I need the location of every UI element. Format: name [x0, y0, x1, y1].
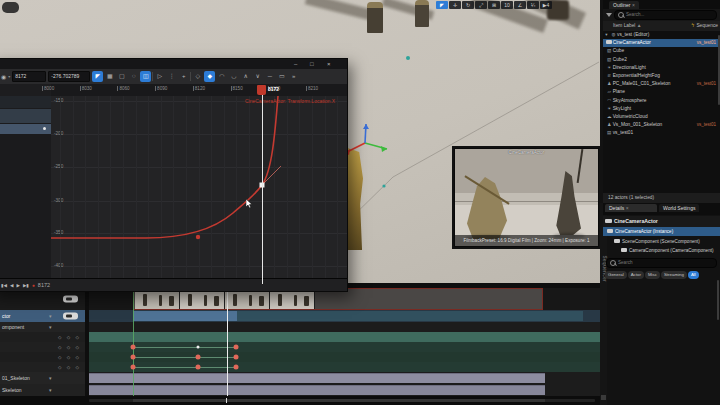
- details-scrollbar[interactable]: [717, 280, 719, 320]
- move-icon[interactable]: ✛: [449, 1, 461, 9]
- outliner-world-row[interactable]: ▾◍vs_test (Editor): [603, 31, 720, 39]
- tab-outliner[interactable]: Outliner ×: [609, 1, 639, 9]
- transport-button[interactable]: ▶▮: [23, 283, 29, 288]
- component-tree-row[interactable]: CineCameraActor (Instance): [603, 227, 720, 236]
- outliner-column-header[interactable]: Item Label ▲ ϟ Sequence: [603, 21, 720, 31]
- curve-editor-track-list[interactable]: [0, 96, 52, 284]
- outliner-row[interactable]: ☀SkyLight: [603, 105, 720, 113]
- rotation-snap-icon[interactable]: ∠: [514, 1, 526, 9]
- select-tool-button[interactable]: ◤: [92, 71, 103, 82]
- transport-button[interactable]: ◀: [10, 283, 13, 288]
- sequencer-keyframe[interactable]: [234, 365, 239, 370]
- curve-editor-window[interactable]: – □ × ◉ ▾ 8172 -276.702789 ◤▦▢◌◫▷⋮+◇◆◠◡∧…: [0, 58, 348, 292]
- scale-snap-icon[interactable]: ¼: [527, 1, 539, 9]
- marquee-select-button[interactable]: ▦: [104, 71, 115, 82]
- more-options-button[interactable]: ⋮: [166, 71, 177, 82]
- category-pill-streaming[interactable]: Streaming: [661, 271, 687, 279]
- chevron-down-icon[interactable]: ▾: [49, 325, 52, 330]
- frame-selection-button[interactable]: ▢: [116, 71, 127, 82]
- curve-playhead-line[interactable]: [262, 85, 263, 284]
- sequencer-keyframe[interactable]: [197, 346, 200, 349]
- category-pill-misc[interactable]: Misc: [645, 271, 660, 279]
- outliner-search-input[interactable]: Search...: [614, 10, 717, 20]
- tangent-auto-button[interactable]: ◠: [216, 71, 227, 82]
- add-key-diamonds[interactable]: ◇ ◇ ◇: [58, 365, 81, 370]
- track-location[interactable]: ◇ ◇ ◇: [0, 342, 600, 352]
- category-pill-actor[interactable]: Actor: [628, 271, 644, 279]
- tangent-user-button[interactable]: ◡: [228, 71, 239, 82]
- transport-button[interactable]: ▶: [16, 283, 19, 288]
- grid-size-value[interactable]: 10: [501, 1, 513, 9]
- scale-icon[interactable]: ⤢: [475, 1, 487, 9]
- multi-key-button[interactable]: ◆: [204, 71, 215, 82]
- eye-icon[interactable]: ◉: [1, 73, 6, 80]
- key-frame-input[interactable]: 8172: [12, 71, 46, 82]
- camera-lock-toggle[interactable]: [63, 296, 78, 303]
- key-diamond-button[interactable]: ◇: [192, 71, 203, 82]
- maximize-icon[interactable]: □: [310, 59, 314, 69]
- chevron-down-icon[interactable]: ▾: [49, 388, 52, 393]
- outliner-row[interactable]: ▧Cube: [603, 47, 720, 55]
- tangent-break-button[interactable]: ∧: [240, 71, 251, 82]
- sequencer-keyframe[interactable]: [131, 365, 136, 370]
- track-rotation[interactable]: ◇ ◇ ◇: [0, 352, 600, 362]
- camera-preview-pip[interactable]: CineCameraActor FilmbackPreset: 16:9 Dig…: [452, 146, 601, 249]
- tangent-constant-button[interactable]: ─: [264, 71, 275, 82]
- outliner-row[interactable]: ▱Plane: [603, 88, 720, 96]
- track-camera-component[interactable]: omponent ▾: [0, 322, 600, 332]
- grid-snap-icon[interactable]: ⊞: [488, 1, 500, 9]
- track-skeleton-2[interactable]: Skeleton ▾: [0, 384, 600, 396]
- chevron-down-icon[interactable]: ▾: [49, 314, 52, 319]
- minimize-icon[interactable]: –: [294, 59, 297, 69]
- sequencer-keyframe[interactable]: [131, 355, 136, 360]
- sequencer-keyframe[interactable]: [196, 355, 201, 360]
- outliner-row[interactable]: ♟Vs_Mon_001_Skeletonvs_test01: [603, 121, 720, 129]
- filter-icon[interactable]: [606, 13, 612, 17]
- sequencer-range-bar[interactable]: [0, 396, 600, 405]
- animation-section[interactable]: [89, 373, 545, 383]
- add-key-diamonds[interactable]: ◇ ◇ ◇: [58, 355, 81, 360]
- outliner-row[interactable]: ▧Cube2: [603, 56, 720, 64]
- track-cinecamera-actor[interactable]: ctor ▾: [0, 310, 600, 322]
- outliner-row[interactable]: ☁VolumetricCloud: [603, 113, 720, 121]
- component-tree-row[interactable]: SceneComponent (SceneComponent): [603, 237, 720, 246]
- sequencer-keyframe[interactable]: [196, 365, 201, 370]
- curve-playhead-marker[interactable]: [257, 85, 266, 95]
- category-pill-all[interactable]: All: [688, 271, 699, 279]
- chevron-down-icon[interactable]: ▾: [8, 74, 10, 79]
- sequencer-keyframe[interactable]: [234, 345, 239, 350]
- details-search-input[interactable]: Search: [606, 258, 717, 268]
- camera-actor-bar-tail[interactable]: [237, 311, 583, 321]
- add-key-button[interactable]: +: [178, 71, 189, 82]
- camera-toggle[interactable]: [63, 313, 78, 320]
- sequencer-keyframe[interactable]: [131, 345, 136, 350]
- close-icon[interactable]: ×: [632, 2, 635, 8]
- sequencer-keyframe[interactable]: [234, 355, 239, 360]
- select-cursor-icon[interactable]: ◤: [436, 1, 448, 9]
- outliner-row[interactable]: ☀DirectionalLight: [603, 64, 720, 72]
- add-key-diamonds[interactable]: ◇ ◇ ◇: [58, 345, 81, 350]
- category-pill-general[interactable]: General: [605, 271, 627, 279]
- chevron-down-icon[interactable]: ▾: [49, 376, 52, 381]
- outliner-row[interactable]: CineCameraActorvs_test01: [603, 39, 720, 47]
- tab-world-settings[interactable]: World Settings: [659, 204, 699, 212]
- outliner-row[interactable]: ≋ExponentialHeightFog: [603, 72, 720, 80]
- outliner-row[interactable]: ▤vs_test01: [603, 129, 720, 137]
- drawer-icon[interactable]: [601, 395, 606, 400]
- track-skeleton-1[interactable]: 01_Skeleton ▾: [0, 372, 600, 384]
- curve-editor-titlebar[interactable]: – □ ×: [0, 59, 347, 69]
- transport-button[interactable]: ▮◀: [1, 283, 7, 288]
- animation-section[interactable]: [89, 385, 545, 395]
- fit-view-button[interactable]: ◌: [128, 71, 139, 82]
- tangent-linear-button[interactable]: ∨: [252, 71, 263, 82]
- snap-time-button[interactable]: ◫: [140, 71, 151, 82]
- close-icon[interactable]: ×: [327, 59, 331, 69]
- curve-graph-area[interactable]: -150-200-250-300-350-400: [51, 96, 347, 284]
- track-transform[interactable]: ◇ ◇ ◇: [0, 332, 600, 342]
- deactivate-button[interactable]: ▷: [154, 71, 165, 82]
- tab-details[interactable]: Details ×: [605, 204, 657, 212]
- rotate-icon[interactable]: ↻: [462, 1, 474, 9]
- camera-speed-icon[interactable]: ▶4: [540, 1, 552, 9]
- add-key-diamonds[interactable]: ◇ ◇ ◇: [58, 335, 81, 340]
- record-icon[interactable]: ●: [32, 282, 35, 288]
